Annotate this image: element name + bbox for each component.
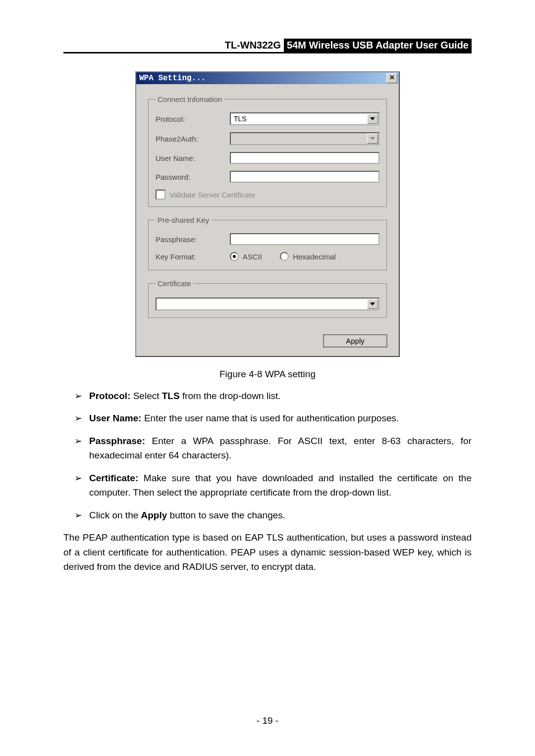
figure-caption: Figure 4-8 WPA setting (63, 369, 472, 380)
radio-ascii-label: ASCII (243, 252, 262, 261)
username-input[interactable] (230, 152, 379, 164)
chevron-down-icon (367, 134, 378, 144)
apply-button[interactable]: Apply (323, 335, 387, 347)
bullet-text: Enter a WPA passphrase. For ASCII text, … (89, 436, 472, 460)
certificate-legend: Certificate (156, 279, 193, 288)
password-input[interactable] (230, 171, 379, 183)
bullet-bold: TLS (162, 391, 180, 401)
bullet-list: Protocol: Select TLS from the drop-down … (63, 389, 472, 522)
list-item: Protocol: Select TLS from the drop-down … (74, 389, 472, 403)
connect-info-group: Connect Infomation Protocol: TLS Phase2A… (148, 95, 387, 207)
keyformat-label: Key Format: (156, 252, 230, 261)
bullet-text: Enter the user name that is used for aut… (142, 413, 399, 423)
list-item: Certificate: Make sure that you have dow… (74, 471, 472, 500)
bullet-bold: Apply (141, 510, 167, 520)
list-item: Passphrase: Enter a WPA passphrase. For … (74, 434, 472, 463)
list-item: User Name: Enter the user name that is u… (74, 411, 472, 425)
chevron-down-icon[interactable] (367, 299, 378, 309)
passphrase-input[interactable] (230, 233, 379, 245)
bullet-bold: User Name: (89, 413, 142, 423)
page-number: - 19 - (0, 715, 535, 726)
dialog-titlebar: WPA Setting... ✕ (136, 72, 399, 84)
phase2auth-select (230, 132, 379, 145)
bullet-text: Select (130, 391, 161, 401)
certificate-group: Certificate (148, 279, 387, 318)
header-title: 54M Wireless USB Adapter User Guide (284, 39, 472, 52)
radio-hex-label: Hexadecimal (293, 252, 336, 261)
wpa-setting-dialog: WPA Setting... ✕ Connect Infomation Prot… (135, 71, 400, 357)
passphrase-label: Passphrase: (156, 235, 230, 244)
body-paragraph: The PEAP authentication type is based on… (63, 530, 472, 574)
username-label: User Name: (156, 154, 230, 162)
radio-ascii[interactable]: ASCII (230, 252, 262, 261)
bullet-text: from the drop-down list. (180, 391, 281, 401)
psk-group: Pre-shared Key Passphrase: Key Format: A… (148, 216, 387, 270)
dialog-title: WPA Setting... (139, 74, 206, 83)
close-icon[interactable]: ✕ (386, 73, 397, 83)
bullet-text: Click on the (89, 510, 141, 520)
radio-hex[interactable]: Hexadecimal (280, 252, 336, 261)
bullet-text: button to save the changes. (167, 510, 285, 520)
header-model: TL-WN322G (225, 40, 284, 50)
phase2auth-label: Phase2Auth: (156, 135, 230, 143)
protocol-value: TLS (234, 115, 247, 123)
bullet-bold: Protocol: (89, 391, 130, 401)
bullet-bold: Passphrase: (89, 436, 145, 446)
bullet-text: Make sure that you have downloaded and i… (89, 473, 472, 498)
certificate-select[interactable] (156, 298, 379, 310)
password-label: Password: (156, 173, 230, 181)
list-item: Click on the Apply button to save the ch… (74, 508, 472, 522)
validate-cert-checkbox[interactable] (156, 190, 165, 200)
psk-legend: Pre-shared Key (156, 216, 211, 224)
validate-cert-label: Validate Server Certificate (169, 191, 255, 199)
page-header: TL-WN322G54M Wireless USB Adapter User G… (63, 39, 472, 53)
protocol-label: Protocol: (156, 115, 230, 123)
connect-info-legend: Connect Infomation (156, 95, 224, 103)
protocol-select[interactable]: TLS (230, 112, 379, 125)
bullet-bold: Certificate: (89, 473, 138, 483)
chevron-down-icon[interactable] (367, 114, 378, 124)
